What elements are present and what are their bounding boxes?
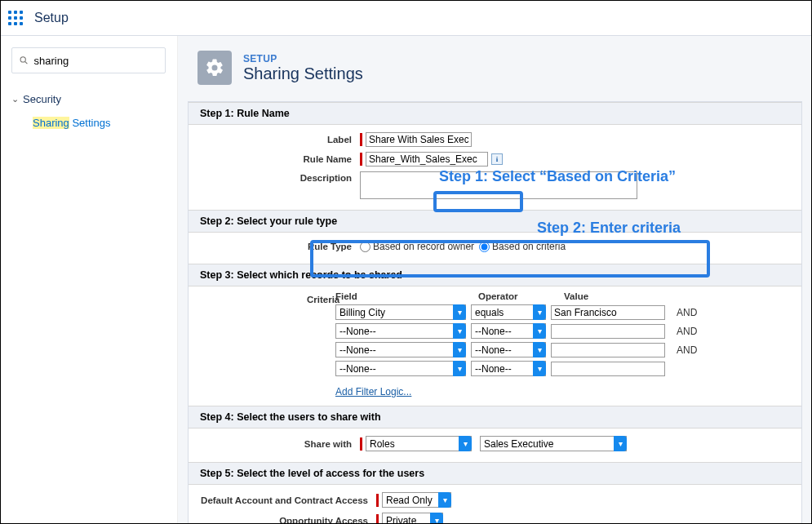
svg-point-0 — [20, 57, 25, 62]
criteria-value-input[interactable] — [551, 324, 665, 339]
criteria-field-select[interactable]: --None-- — [335, 361, 466, 376]
rule-type-owner-option[interactable]: Based on record owner — [360, 241, 474, 252]
quick-find-box[interactable] — [11, 47, 166, 73]
required-indicator — [360, 437, 362, 451]
app-launcher-icon[interactable] — [8, 11, 23, 25]
criteria-field-select[interactable]: --None-- — [335, 342, 466, 357]
tree-node-label-highlight: Sharing — [33, 117, 69, 129]
tree-node-security[interactable]: ⌄ Security — [11, 90, 166, 109]
step3-header: Step 3: Select which records to be share… — [189, 264, 801, 286]
opportunity-access-select[interactable]: Private — [382, 513, 443, 524]
tree-node-sharing-settings[interactable]: Sharing Settings — [28, 113, 166, 132]
step5-header: Step 5: Select the level of access for t… — [189, 462, 801, 485]
rule-type-label: Rule Type — [189, 242, 360, 251]
svg-line-1 — [25, 62, 28, 64]
setup-tree: ⌄ Security Sharing Settings — [11, 90, 166, 132]
account-access-select[interactable]: Read Only — [382, 492, 451, 508]
criteria-and-label: AND — [670, 326, 703, 337]
criteria-row: --None--▾--None--▾AND — [335, 322, 801, 340]
criteria-value-input[interactable] — [551, 305, 665, 320]
page-header: SETUP Sharing Settings — [178, 36, 812, 101]
rule-type-criteria-option[interactable]: Based on criteria — [479, 241, 566, 252]
criteria-field-select[interactable]: --None-- — [335, 323, 466, 339]
share-with-label: Share with — [189, 439, 360, 449]
account-access-label: Default Account and Contract Access — [189, 495, 376, 505]
app-title: Setup — [34, 11, 69, 25]
required-indicator — [376, 494, 379, 507]
setup-sidebar: ⌄ Security Sharing Settings — [0, 36, 178, 524]
criteria-operator-select[interactable]: --None-- — [471, 323, 546, 339]
gear-icon — [197, 51, 232, 85]
step1-header: Step 1: Rule Name — [189, 102, 801, 125]
criteria-field-select[interactable]: Billing City — [335, 304, 466, 320]
page-eyebrow: SETUP — [243, 53, 363, 64]
main-content: SETUP Sharing Settings Step 1: Rule Name… — [178, 36, 812, 524]
label-label: Label — [189, 135, 360, 144]
rule-name-label: Rule Name — [189, 154, 360, 164]
required-indicator — [360, 133, 362, 146]
rule-type-owner-label: Based on record owner — [373, 241, 474, 252]
required-indicator — [376, 514, 379, 525]
page-title: Sharing Settings — [243, 64, 363, 83]
rule-type-criteria-label: Based on criteria — [492, 241, 566, 252]
add-filter-logic-link[interactable]: Add Filter Logic... — [335, 386, 411, 397]
criteria-value-input[interactable] — [551, 343, 665, 357]
tree-node-label: Security — [23, 93, 61, 105]
criteria-head-operator: Operator — [478, 291, 564, 301]
criteria-and-label: AND — [670, 307, 703, 318]
criteria-value-input[interactable] — [551, 362, 665, 376]
criteria-section: Criteria Field Operator Value Billing Ci… — [189, 286, 801, 406]
criteria-head-value: Value — [564, 291, 690, 301]
share-with-category-select[interactable]: Roles — [366, 436, 472, 451]
opportunity-access-label: Opportunity Access — [189, 516, 376, 525]
chevron-down-icon: ⌄ — [11, 94, 18, 104]
global-header: Setup — [0, 0, 812, 36]
classic-iframe-panel: Step 1: Rule Name Label Rule Name i Desc… — [188, 101, 802, 524]
description-label: Description — [189, 171, 360, 183]
rule-type-owner-radio[interactable] — [360, 242, 371, 252]
criteria-row: Billing City▾equals▾AND — [335, 303, 801, 322]
search-icon — [19, 55, 29, 66]
tree-node-label-rest: Settings — [69, 117, 111, 129]
criteria-and-label: AND — [670, 344, 703, 356]
criteria-operator-select[interactable]: --None-- — [471, 361, 546, 376]
required-indicator — [360, 153, 362, 166]
step4-header: Step 4: Select the users to share with — [189, 406, 801, 429]
criteria-operator-select[interactable]: equals — [471, 304, 546, 320]
description-input[interactable] — [360, 171, 637, 199]
share-with-value-select[interactable]: Sales Executive — [480, 436, 627, 451]
info-icon[interactable]: i — [491, 153, 503, 165]
quick-find-input[interactable] — [33, 55, 158, 67]
criteria-operator-select[interactable]: --None-- — [471, 342, 546, 357]
criteria-row: --None--▾--None--▾ — [335, 359, 801, 378]
criteria-label: Criteria — [307, 295, 339, 304]
step2-header: Step 2: Select your rule type — [189, 210, 801, 233]
rule-label-input[interactable] — [366, 132, 472, 147]
rule-type-criteria-radio[interactable] — [479, 242, 490, 252]
rule-name-input[interactable] — [366, 152, 488, 167]
criteria-head-field: Field — [335, 291, 478, 301]
criteria-row: --None--▾--None--▾AND — [335, 340, 801, 359]
